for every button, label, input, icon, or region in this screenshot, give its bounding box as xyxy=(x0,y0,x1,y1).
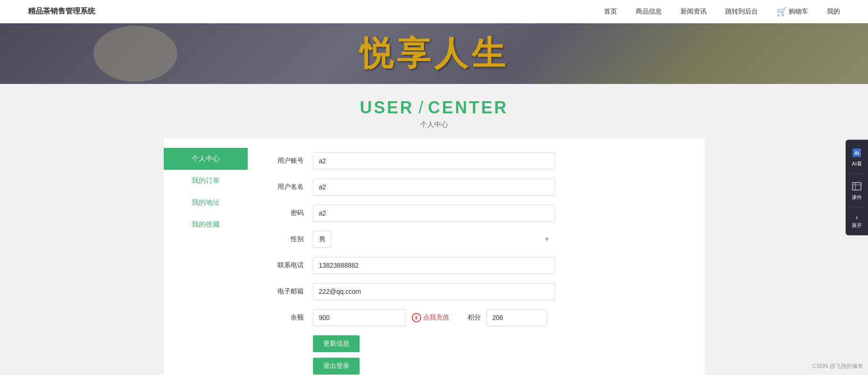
banner: 悦享人生 xyxy=(0,23,868,84)
floating-panel: Ai AI看 课件 ‹ 展开 xyxy=(846,140,868,236)
nav-backend[interactable]: 跳转到后台 xyxy=(725,7,758,16)
course-panel-item[interactable]: 课件 xyxy=(849,178,864,204)
page-title-section: USER / CENTER 个人中心 xyxy=(0,84,868,139)
button-row: 更新信息 退出登录 xyxy=(313,335,686,375)
gender-row: 性别 男 女 ▼ xyxy=(266,231,686,248)
recharge-label: 点我充值 xyxy=(423,313,449,322)
expand-label: 展开 xyxy=(852,222,862,229)
panel-divider-1 xyxy=(849,174,864,174)
sidebar-item-orders[interactable]: 我的订单 xyxy=(164,170,248,192)
username-row: 用户账号 xyxy=(266,153,686,169)
watermark: CSDN @飞翔的佩奇 xyxy=(812,362,863,370)
nav-home[interactable]: 首页 xyxy=(604,7,617,16)
expand-panel-item[interactable]: ‹ 展开 xyxy=(850,212,864,231)
username-label: 用户账号 xyxy=(266,157,304,165)
svg-text:Ai: Ai xyxy=(854,151,859,156)
nav-links: 首页 商品信息 新闻资讯 跳转到后台 🛒 购物车 我的 xyxy=(604,7,840,17)
banner-text: 悦享人生 xyxy=(360,31,509,76)
phone-input[interactable] xyxy=(313,257,556,274)
sidebar-item-favorites[interactable]: 我的收藏 xyxy=(164,214,248,236)
sidebar: 个人中心 我的订单 我的地址 我的收藏 xyxy=(164,139,248,375)
brand: 精品茶销售管理系统 xyxy=(28,7,95,16)
update-button[interactable]: 更新信息 xyxy=(313,335,360,352)
nickname-label: 用户名名 xyxy=(266,183,304,191)
email-input[interactable] xyxy=(313,283,556,300)
user-layout: 个人中心 我的订单 我的地址 我的收藏 用户账号 用户名名 密码 xyxy=(164,139,705,375)
title-divider: / xyxy=(414,98,428,117)
email-row: 电子邮箱 xyxy=(266,283,686,300)
panel-divider-2 xyxy=(849,208,864,208)
svg-rect-2 xyxy=(853,183,861,190)
nickname-row: 用户名名 xyxy=(266,179,686,195)
banner-deco xyxy=(93,26,177,82)
expand-chevron-icon: ‹ xyxy=(856,214,858,221)
title-en-part1: USER xyxy=(360,98,414,117)
ai-label: AI看 xyxy=(852,160,861,167)
nav-news[interactable]: 新闻资讯 xyxy=(681,7,707,16)
chevron-down-icon: ▼ xyxy=(544,236,550,243)
navbar: 精品茶销售管理系统 首页 商品信息 新闻资讯 跳转到后台 🛒 购物车 我的 xyxy=(0,0,868,23)
balance-row: 余额 ¥ 点我充值 积分 xyxy=(266,309,686,326)
gender-select[interactable]: 男 女 xyxy=(313,231,332,248)
sidebar-item-address[interactable]: 我的地址 xyxy=(164,192,248,214)
ai-panel-item[interactable]: Ai AI看 xyxy=(849,145,864,170)
balance-input[interactable] xyxy=(313,309,406,326)
cart-label: 购物车 xyxy=(789,7,808,16)
logout-button[interactable]: 退出登录 xyxy=(313,358,360,375)
points-label: 积分 xyxy=(468,313,481,322)
page-title-zh: 个人中心 xyxy=(0,120,868,129)
cart-icon: 🛒 xyxy=(777,7,787,17)
nav-products[interactable]: 商品信息 xyxy=(636,7,662,16)
recharge-icon: ¥ xyxy=(412,313,421,322)
gender-select-wrapper: 男 女 ▼ xyxy=(313,231,556,248)
page-title-en: USER / CENTER xyxy=(0,98,868,118)
email-label: 电子邮箱 xyxy=(266,287,304,296)
password-row: 密码 xyxy=(266,205,686,222)
course-label: 课件 xyxy=(852,194,862,201)
nickname-input[interactable] xyxy=(313,179,556,195)
course-icon xyxy=(851,181,862,192)
sidebar-item-profile[interactable]: 个人中心 xyxy=(164,148,248,170)
phone-label: 联系电话 xyxy=(266,261,304,270)
username-input[interactable] xyxy=(313,153,556,169)
main-content: 个人中心 我的订单 我的地址 我的收藏 用户账号 用户名名 密码 xyxy=(154,139,714,375)
title-en-part2: CENTER xyxy=(428,98,508,117)
balance-label: 余额 xyxy=(266,313,304,322)
gender-label: 性别 xyxy=(266,235,304,243)
password-label: 密码 xyxy=(266,209,304,217)
recharge-button[interactable]: ¥ 点我充值 xyxy=(412,313,449,322)
nav-mine[interactable]: 我的 xyxy=(827,7,840,16)
points-input[interactable] xyxy=(486,309,547,326)
phone-row: 联系电话 xyxy=(266,257,686,274)
ai-icon: Ai xyxy=(851,147,862,159)
password-input[interactable] xyxy=(313,205,556,222)
form-area: 用户账号 用户名名 密码 性别 男 女 ▼ xyxy=(248,139,705,375)
cart-nav[interactable]: 🛒 购物车 xyxy=(777,7,808,17)
